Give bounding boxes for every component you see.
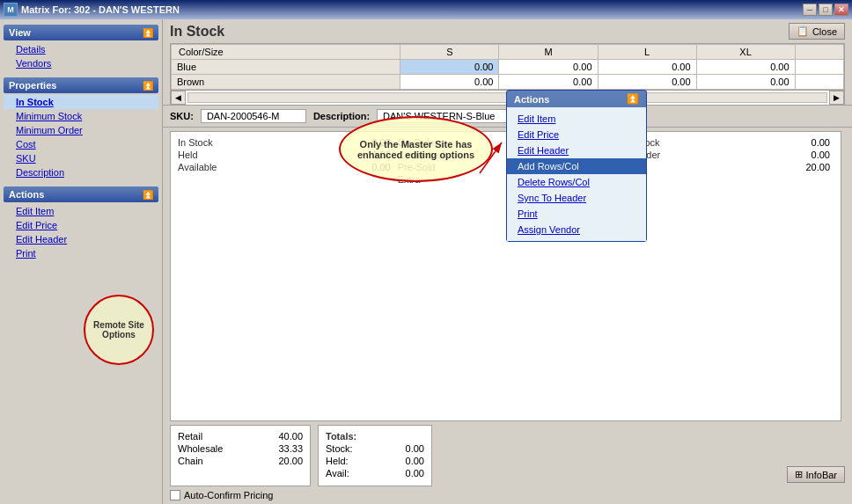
popup-edit-header[interactable]: Edit Header: [507, 142, 646, 158]
minimize-button[interactable]: ─: [803, 4, 817, 16]
maximize-button[interactable]: □: [819, 4, 833, 16]
brown-l[interactable]: 0.00: [598, 75, 696, 90]
properties-label: Properties: [9, 80, 56, 91]
sidebar-item-print[interactable]: Print: [4, 246, 158, 260]
sidebar-item-minimum-stock[interactable]: Minimum Stock: [4, 109, 158, 123]
totals-header: Totals:: [326, 431, 424, 442]
wholesale-label: Wholesale: [178, 443, 223, 454]
content-area: In Stock 📋 Close Color/Size S M L XL: [163, 19, 852, 504]
actions-popup-collapse-icon: ⏫: [627, 93, 639, 105]
sidebar-item-sku[interactable]: SKU: [4, 151, 158, 165]
col-header-color-size: Color/Size: [172, 45, 400, 60]
window-close-button[interactable]: ✕: [834, 4, 848, 16]
brown-xl[interactable]: 0.00: [696, 75, 795, 90]
popup-sync-to-header[interactable]: Sync To Header: [507, 190, 646, 206]
blue-l[interactable]: 0.00: [598, 60, 696, 75]
retail-value: 40.00: [278, 431, 303, 442]
close-button[interactable]: 📋 Close: [789, 23, 845, 40]
actions-label: Actions: [9, 189, 44, 200]
bottom-section: Retail 40.00 Wholesale 33.33 Chain 20.00…: [163, 425, 852, 486]
page-title: In Stock: [170, 24, 224, 40]
popup-delete-rows-col[interactable]: Delete Rows/Col: [507, 174, 646, 190]
bottom-bar: Auto-Confirm Pricing: [163, 486, 852, 504]
totals-held-label: Held:: [326, 456, 349, 466]
properties-collapse-icon: ⏫: [143, 81, 153, 91]
content-header: In Stock 📋 Close: [163, 19, 852, 43]
infobar-area: ⊞ InfoBar: [436, 425, 845, 486]
popup-print[interactable]: Print: [507, 206, 646, 222]
color-brown: Brown: [172, 75, 400, 90]
sidebar-item-edit-item[interactable]: Edit Item: [4, 204, 158, 218]
min-order-value: 0.00: [727, 150, 834, 160]
infobar-label: InfoBar: [806, 470, 837, 480]
in-stock-value: 0.00: [288, 137, 394, 148]
title-bar-left: M Matrix For: 302 - DAN'S WESTERN: [4, 3, 180, 17]
col-header-s: S: [400, 45, 499, 60]
col-header-extra: [795, 45, 843, 60]
totals-avail-label: Avail:: [326, 468, 349, 478]
matrix-container: Color/Size S M L XL Blue 0.00 0.00 0.00: [170, 43, 845, 91]
title-bar-buttons[interactable]: ─ □ ✕: [803, 4, 848, 16]
totals-stock-value: 0.00: [406, 443, 424, 454]
app-icon: M: [4, 3, 18, 17]
scroll-right-button[interactable]: ▶: [829, 91, 844, 105]
totals-stock-row: Stock: 0.00: [326, 443, 424, 454]
totals-held-value: 0.00: [406, 456, 424, 466]
auto-confirm-checkbox[interactable]: [170, 490, 180, 500]
sidebar-item-minimum-order[interactable]: Minimum Order: [4, 123, 158, 137]
blue-xl[interactable]: 0.00: [696, 60, 795, 75]
infobar-button[interactable]: ⊞ InfoBar: [787, 466, 845, 483]
remote-site-annotation: Remote Site Options: [84, 295, 154, 365]
totals-panel: Totals: Stock: 0.00 Held: 0.00 Avail: 0.…: [318, 425, 432, 486]
actions-popup-header: Actions ⏫: [507, 91, 646, 107]
extra-label: Extra: [398, 174, 504, 185]
sidebar-item-edit-header[interactable]: Edit Header: [4, 232, 158, 246]
blue-s[interactable]: 0.00: [400, 60, 499, 75]
table-row[interactable]: Brown 0.00 0.00 0.00 0.00: [172, 75, 844, 90]
actions-popup-body: Edit Item Edit Price Edit Header Add Row…: [507, 107, 646, 241]
cost-value: 20.00: [727, 162, 834, 172]
main-window: View ⏫ Details Vendors Properties ⏫ In S…: [0, 19, 852, 504]
sidebar-item-details[interactable]: Details: [4, 42, 158, 56]
sidebar-item-edit-price[interactable]: Edit Price: [4, 218, 158, 232]
view-section: View ⏫ Details Vendors: [4, 25, 158, 70]
committed-label: Committed: [398, 150, 504, 160]
totals-avail-value: 0.00: [406, 468, 424, 478]
actions-section-header[interactable]: Actions ⏫: [4, 186, 158, 202]
sidebar-item-in-stock[interactable]: In Stock: [4, 95, 158, 109]
table-row[interactable]: Blue 0.00 0.00 0.00 0.00: [172, 60, 844, 75]
popup-edit-price[interactable]: Edit Price: [507, 127, 646, 142]
held-value: 0.00: [288, 150, 394, 160]
retail-label: Retail: [178, 431, 202, 442]
actions-section: Actions ⏫ Edit Item Edit Price Edit Head…: [4, 186, 158, 260]
chain-label: Chain: [178, 456, 203, 466]
view-section-header[interactable]: View ⏫: [4, 25, 158, 40]
brown-s[interactable]: 0.00: [400, 75, 499, 90]
sku-label: SKU:: [170, 111, 194, 121]
actions-popup-title: Actions: [514, 94, 549, 105]
popup-add-rows-col[interactable]: Add Rows/Col: [507, 158, 646, 174]
actions-popup: Actions ⏫ Edit Item Edit Price Edit Head…: [506, 90, 647, 242]
close-label: Close: [812, 26, 837, 37]
blue-m[interactable]: 0.00: [499, 60, 598, 75]
available-value: 0.00: [288, 162, 394, 172]
brown-m[interactable]: 0.00: [499, 75, 598, 90]
col-header-m: M: [499, 45, 598, 60]
chain-value: 20.00: [278, 456, 303, 466]
scroll-left-button[interactable]: ◀: [171, 91, 186, 105]
available-label: Available: [178, 162, 284, 172]
sidebar-item-vendors[interactable]: Vendors: [4, 56, 158, 70]
totals-stock-label: Stock:: [326, 443, 353, 454]
sidebar-item-cost[interactable]: Cost: [4, 137, 158, 151]
wholesale-row: Wholesale 33.33: [178, 443, 303, 454]
totals-avail-row: Avail: 0.00: [326, 468, 424, 478]
popup-assign-vendor[interactable]: Assign Vendor: [507, 222, 646, 237]
sidebar-item-description[interactable]: Description: [4, 165, 158, 179]
wholesale-value: 33.33: [278, 443, 303, 454]
popup-edit-item[interactable]: Edit Item: [507, 111, 646, 127]
on-order-label: On Order: [398, 137, 504, 148]
properties-section-header[interactable]: Properties ⏫: [4, 77, 158, 93]
auto-confirm: Auto-Confirm Pricing: [170, 490, 273, 500]
view-collapse-icon: ⏫: [143, 28, 153, 38]
pricing-panel: Retail 40.00 Wholesale 33.33 Chain 20.00: [170, 425, 311, 486]
